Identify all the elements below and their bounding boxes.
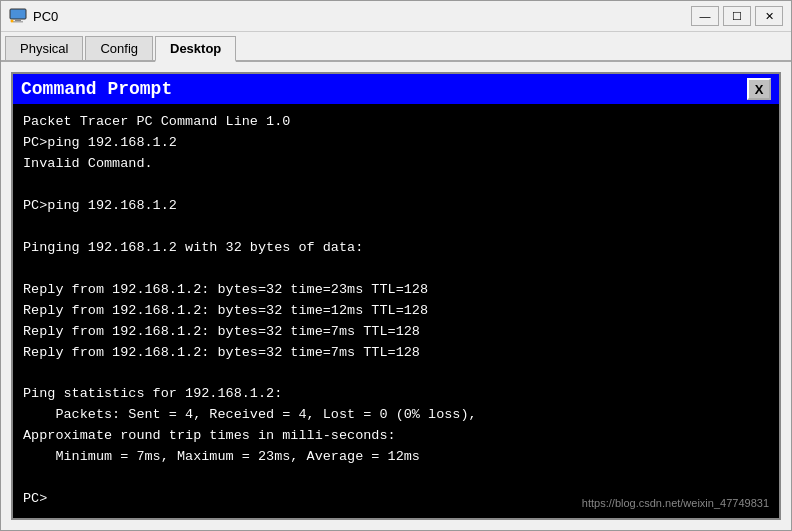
svg-rect-2 <box>13 21 23 23</box>
svg-rect-1 <box>15 19 21 21</box>
cmd-body[interactable]: Packet Tracer PC Command Line 1.0 PC>pin… <box>13 104 779 518</box>
cmd-title-bar: Command Prompt X <box>13 74 779 104</box>
window-title: PC0 <box>33 9 58 24</box>
tab-physical[interactable]: Physical <box>5 36 83 60</box>
content-area: Command Prompt X Packet Tracer PC Comman… <box>1 62 791 530</box>
minimize-button[interactable]: — <box>691 6 719 26</box>
tab-bar: Physical Config Desktop <box>1 32 791 62</box>
cmd-window: Command Prompt X Packet Tracer PC Comman… <box>11 72 781 520</box>
tab-config[interactable]: Config <box>85 36 153 60</box>
computer-icon <box>9 7 27 25</box>
watermark: https://blog.csdn.net/weixin_47749831 <box>582 495 769 512</box>
cmd-output: Packet Tracer PC Command Line 1.0 PC>pin… <box>23 112 769 510</box>
close-button[interactable]: ✕ <box>755 6 783 26</box>
svg-rect-0 <box>10 9 26 19</box>
cmd-close-button[interactable]: X <box>747 78 771 100</box>
maximize-button[interactable]: ☐ <box>723 6 751 26</box>
cmd-title-text: Command Prompt <box>21 79 172 99</box>
title-bar: PC0 — ☐ ✕ <box>1 1 791 32</box>
application-window: PC0 — ☐ ✕ Physical Config Desktop Comman… <box>0 0 792 531</box>
title-bar-left: PC0 <box>9 7 58 25</box>
window-controls: — ☐ ✕ <box>691 6 783 26</box>
tab-desktop[interactable]: Desktop <box>155 36 236 62</box>
svg-point-3 <box>11 20 14 23</box>
